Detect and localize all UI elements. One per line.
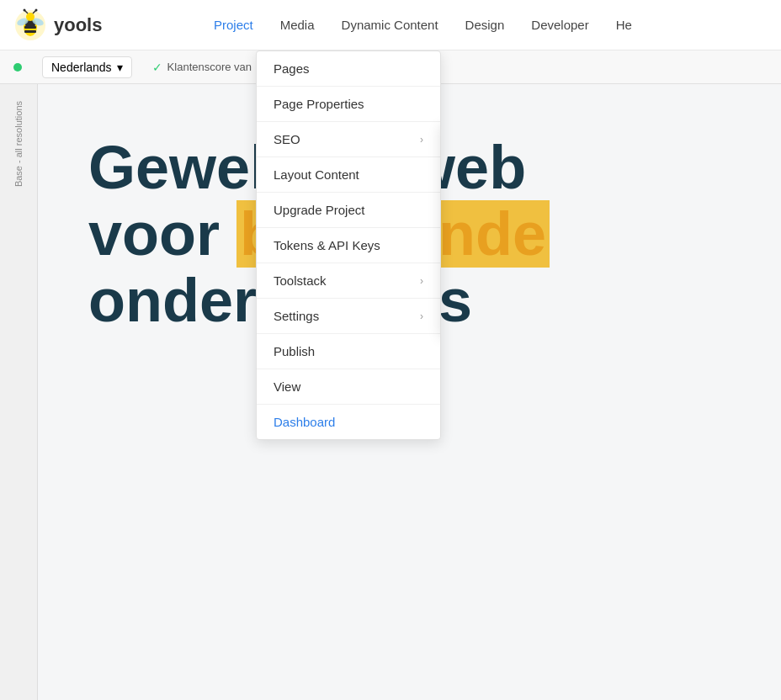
menu-item-tokens-api[interactable]: Tokens & API Keys [257,228,440,263]
svg-point-9 [24,8,26,11]
tokens-api-label: Tokens & API Keys [274,238,380,252]
toolstack-label: Toolstack [274,273,327,288]
navbar: yools Project Media Dynamic Content Desi… [0,0,781,50]
menu-item-view[interactable]: View [257,369,440,405]
chevron-right-icon-toolstack: › [420,275,423,287]
logo-area: yools [13,8,182,42]
nav-item-media[interactable]: Media [268,11,327,39]
layout-content-label: Layout Content [274,167,359,182]
dashboard-label: Dashboard [274,415,335,429]
menu-item-page-properties[interactable]: Page Properties [257,87,440,122]
nav-item-project[interactable]: Project [202,11,265,39]
project-dropdown: Pages Page Properties SEO › Google Analy… [256,50,441,440]
pages-label: Pages [274,61,310,76]
svg-rect-4 [24,30,36,33]
svg-rect-3 [24,26,36,29]
logo-text: yools [54,14,102,36]
nav-items: Project Media Dynamic Content Design Dev… [202,11,768,39]
dropdown-overlay: Pages Page Properties SEO › Google Analy… [0,50,781,700]
upgrade-project-label: Upgrade Project [274,203,364,217]
nav-item-developer[interactable]: Developer [519,11,600,39]
logo-icon [13,8,47,42]
menu-item-dashboard[interactable]: Dashboard [257,405,440,439]
nav-item-dynamic-content[interactable]: Dynamic Content [330,11,450,39]
page-properties-label: Page Properties [274,97,364,111]
publish-label: Publish [274,344,315,358]
menu-item-layout-content[interactable]: Layout Content [257,157,440,193]
seo-label: SEO [274,132,300,146]
settings-label: Settings [274,309,319,323]
nav-item-design[interactable]: Design [454,11,517,39]
svg-point-11 [35,8,38,11]
menu-item-settings[interactable]: Settings › [257,299,440,334]
chevron-right-icon: › [420,134,423,146]
view-label: View [274,379,300,394]
menu-item-upgrade-project[interactable]: Upgrade Project [257,193,440,228]
chevron-right-icon-settings: › [420,310,423,322]
menu-item-pages[interactable]: Pages [257,51,440,87]
seo-submenu: Google Analytics Google Verification Fac… [440,122,441,335]
menu-item-toolstack[interactable]: Toolstack › [257,263,440,299]
nav-item-he[interactable]: He [604,11,644,39]
svg-point-7 [26,13,35,21]
menu-item-seo[interactable]: SEO › Google Analytics Google Verificati… [257,122,440,157]
menu-item-publish[interactable]: Publish [257,334,440,369]
